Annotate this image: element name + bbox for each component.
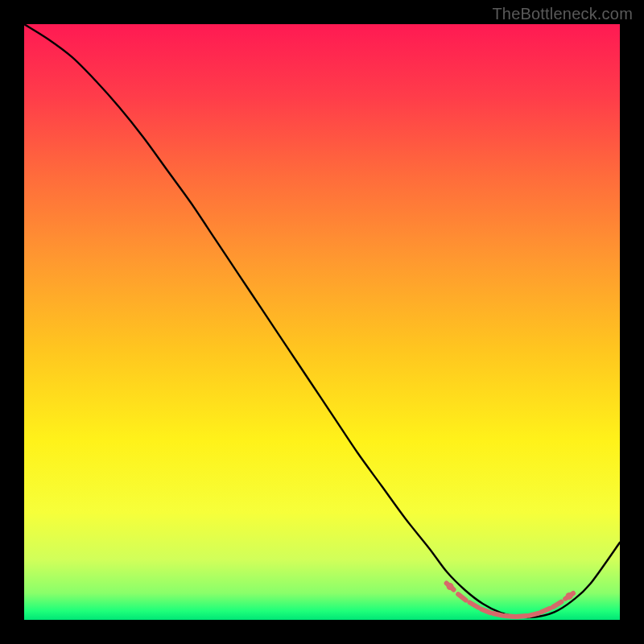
marker-endcap xyxy=(447,583,454,590)
watermark-text: TheBottleneck.com xyxy=(492,5,633,23)
marker-tick xyxy=(505,616,514,617)
gradient-background xyxy=(24,24,620,620)
plot-area xyxy=(24,24,620,620)
marker-tick xyxy=(481,609,490,613)
marker-endcap xyxy=(566,592,573,600)
bottleneck-chart xyxy=(24,24,620,620)
marker-tick xyxy=(493,613,502,616)
marker-tick xyxy=(517,616,526,617)
chart-frame: TheBottleneck.com xyxy=(0,0,644,644)
marker-tick xyxy=(529,613,539,616)
